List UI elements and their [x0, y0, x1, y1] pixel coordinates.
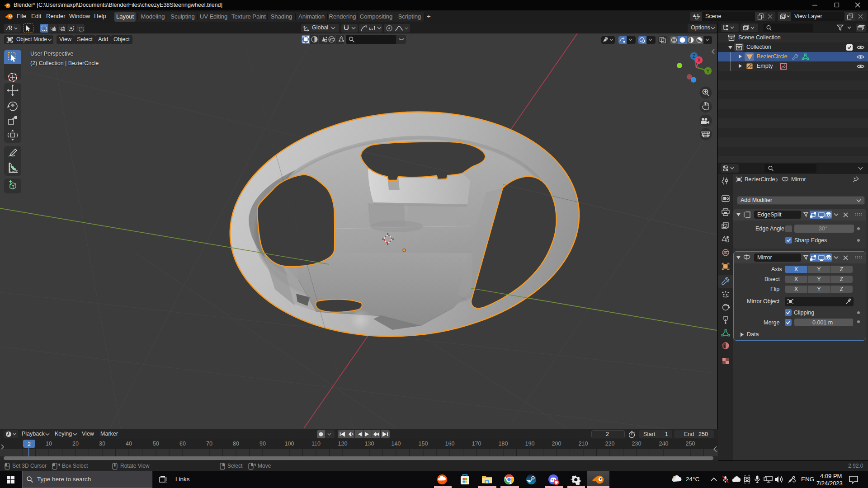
- svg-text:150: 150: [419, 441, 428, 447]
- svg-text:250: 250: [686, 441, 695, 447]
- svg-text:X: X: [697, 57, 700, 63]
- svg-text:Z: Z: [693, 53, 696, 59]
- svg-text:50: 50: [153, 441, 159, 447]
- svg-text:2: 2: [28, 441, 31, 447]
- svg-text:240: 240: [659, 441, 669, 447]
- svg-text:Y: Y: [706, 68, 709, 74]
